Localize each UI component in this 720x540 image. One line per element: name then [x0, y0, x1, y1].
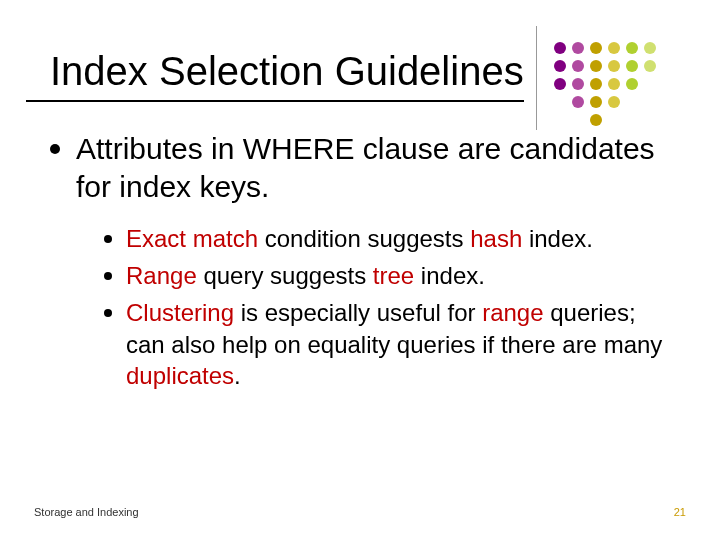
decorative-dots — [550, 38, 700, 138]
svg-point-13 — [608, 60, 620, 72]
bullet-level1: Attributes in WHERE clause are candidate… — [50, 130, 670, 205]
decorative-divider — [536, 26, 537, 130]
svg-point-18 — [626, 78, 638, 90]
text-span: condition suggests — [258, 225, 470, 252]
bullet-level2: Clustering is especially useful for rang… — [104, 297, 670, 391]
text-span: . — [234, 362, 241, 389]
keyword: duplicates — [126, 362, 234, 389]
svg-point-6 — [572, 96, 584, 108]
slide: Index Selection Guidelines Attributes in… — [0, 0, 720, 540]
svg-point-0 — [554, 42, 566, 54]
bullet-text: Exact match condition suggests hash inde… — [126, 223, 593, 254]
bullet-dot-icon — [104, 235, 112, 243]
bullet-dot-icon — [104, 272, 112, 280]
svg-point-14 — [608, 78, 620, 90]
bullet-level2: Range query suggests tree index. — [104, 260, 670, 291]
keyword: range — [482, 299, 543, 326]
bullet-text: Clustering is especially useful for rang… — [126, 297, 670, 391]
bullet-text: Range query suggests tree index. — [126, 260, 485, 291]
keyword: Exact match — [126, 225, 258, 252]
text-span: query suggests — [197, 262, 373, 289]
text-span: index. — [522, 225, 593, 252]
svg-point-2 — [554, 78, 566, 90]
bullet-dot-icon — [104, 309, 112, 317]
svg-point-16 — [626, 42, 638, 54]
svg-point-20 — [644, 60, 656, 72]
svg-point-4 — [572, 60, 584, 72]
svg-point-7 — [590, 42, 602, 54]
keyword: hash — [470, 225, 522, 252]
svg-point-1 — [554, 60, 566, 72]
keyword: tree — [373, 262, 414, 289]
bullet-level2: Exact match condition suggests hash inde… — [104, 223, 670, 254]
keyword: Clustering — [126, 299, 234, 326]
svg-point-11 — [590, 114, 602, 126]
svg-point-19 — [644, 42, 656, 54]
svg-point-9 — [590, 78, 602, 90]
dot-grid-icon — [550, 38, 700, 138]
text-span: index. — [414, 262, 485, 289]
footer-text: Storage and Indexing — [34, 506, 139, 518]
bullet-dot-icon — [50, 144, 60, 154]
svg-point-3 — [572, 42, 584, 54]
svg-point-15 — [608, 96, 620, 108]
title-underline — [26, 100, 524, 102]
bullet-text: Attributes in WHERE clause are candidate… — [76, 130, 670, 205]
svg-point-5 — [572, 78, 584, 90]
svg-point-10 — [590, 96, 602, 108]
page-number: 21 — [674, 506, 686, 518]
svg-point-12 — [608, 42, 620, 54]
svg-point-17 — [626, 60, 638, 72]
text-span: is especially useful for — [234, 299, 482, 326]
svg-point-8 — [590, 60, 602, 72]
keyword: Range — [126, 262, 197, 289]
